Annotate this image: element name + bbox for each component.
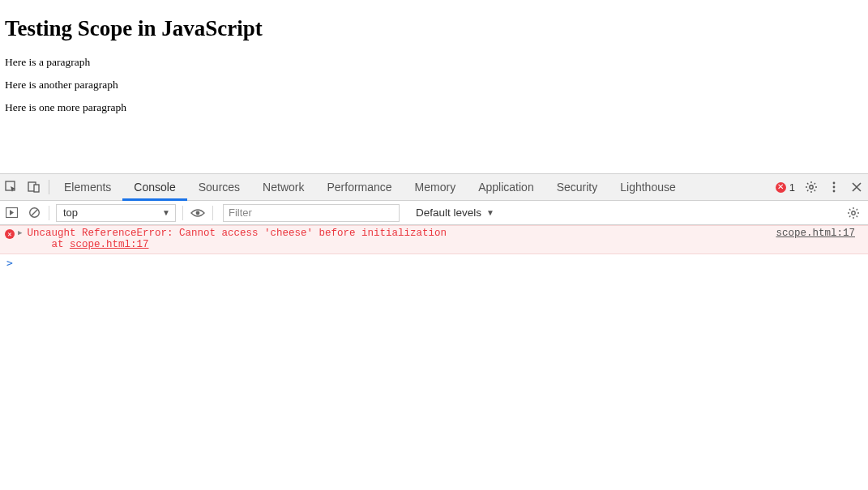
svg-point-4	[833, 182, 836, 185]
svg-line-9	[31, 210, 37, 216]
close-devtools-icon[interactable]	[845, 175, 868, 199]
chevron-down-icon: ▼	[162, 208, 170, 217]
more-menu-icon[interactable]	[823, 175, 845, 199]
tab-application[interactable]: Application	[467, 174, 545, 201]
console-error-row[interactable]: ✕ ▶ Uncaught ReferenceError: Cannot acce…	[0, 225, 868, 254]
devtools-tabstrip: Elements Console Sources Network Perform…	[0, 174, 868, 201]
page-paragraph: Here is a paragraph	[5, 56, 863, 69]
clear-console-icon[interactable]	[23, 202, 45, 224]
error-count-badge[interactable]: ✕ 1	[776, 181, 795, 194]
console-settings-gear-icon[interactable]	[842, 202, 865, 224]
svg-point-5	[833, 186, 836, 189]
svg-rect-2	[34, 185, 39, 192]
svg-point-10	[196, 211, 200, 215]
tab-sources[interactable]: Sources	[187, 174, 251, 201]
viewport-content: Testing Scope in JavaScript Here is a pa…	[0, 0, 868, 173]
error-count: 1	[789, 181, 795, 194]
error-message-text: Uncaught ReferenceError: Cannot access '…	[27, 228, 447, 239]
tab-memory[interactable]: Memory	[404, 174, 468, 201]
error-icon: ✕	[776, 182, 786, 193]
console-prompt[interactable]: >	[0, 254, 868, 271]
log-levels-select[interactable]: Default levels ▼	[411, 204, 499, 222]
settings-gear-icon[interactable]	[800, 175, 823, 199]
console-toolbar: top ▼ Default levels ▼	[0, 201, 868, 225]
stack-at-prefix: at	[27, 239, 70, 250]
prompt-caret: >	[6, 257, 13, 269]
svg-point-6	[833, 190, 836, 193]
page-paragraph: Here is another paragraph	[5, 79, 863, 92]
page-heading: Testing Scope in JavaScript	[5, 16, 863, 41]
tab-security[interactable]: Security	[545, 174, 609, 201]
devtools-panel: Elements Console Sources Network Perform…	[0, 173, 868, 490]
levels-label: Default levels	[416, 207, 481, 219]
tab-network[interactable]: Network	[251, 174, 315, 201]
tab-performance[interactable]: Performance	[315, 174, 403, 201]
tab-console[interactable]: Console	[122, 174, 186, 201]
filter-input[interactable]	[223, 204, 400, 222]
context-label: top	[63, 207, 78, 219]
device-toolbar-icon[interactable]	[23, 175, 45, 199]
toggle-sidebar-icon[interactable]	[0, 202, 23, 224]
svg-point-11	[852, 211, 855, 214]
tab-elements[interactable]: Elements	[53, 174, 122, 201]
svg-point-3	[810, 185, 813, 189]
console-output: ✕ ▶ Uncaught ReferenceError: Cannot acce…	[0, 225, 868, 271]
error-icon: ✕	[5, 229, 15, 239]
chevron-down-icon: ▼	[486, 208, 494, 217]
execution-context-select[interactable]: top ▼	[56, 204, 176, 222]
tab-lighthouse[interactable]: Lighthouse	[609, 174, 687, 201]
live-expression-eye-icon[interactable]	[186, 202, 209, 224]
expand-caret-icon[interactable]: ▶	[18, 228, 22, 237]
page-paragraph: Here is one more paragraph	[5, 101, 863, 114]
inspect-element-icon[interactable]	[0, 175, 23, 199]
error-source-link[interactable]: scope.html:17	[776, 228, 855, 239]
stack-location-link[interactable]: scope.html:17	[70, 239, 149, 250]
